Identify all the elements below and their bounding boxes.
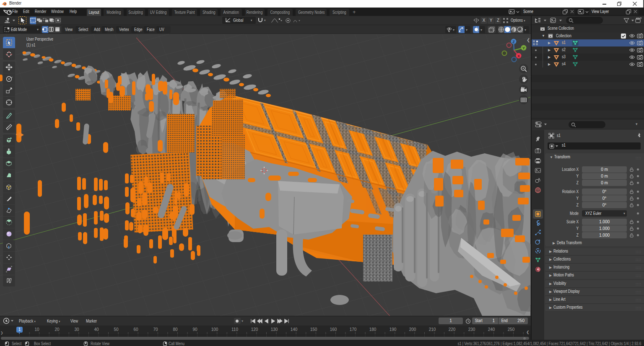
- svg-text:Z: Z: [512, 40, 515, 44]
- svg-text:Y: Y: [522, 46, 525, 50]
- svg-text:X: X: [517, 54, 520, 58]
